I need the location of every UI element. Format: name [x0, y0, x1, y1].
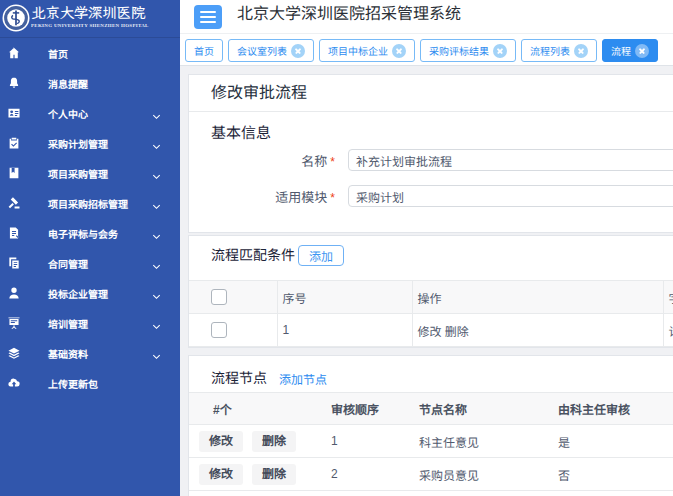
- col-idx: #个: [189, 393, 319, 425]
- cell-dept-head: 否: [546, 458, 673, 491]
- name-input[interactable]: [348, 149, 673, 171]
- sidebar-item-clipboard-check[interactable]: 采购计划管理: [0, 128, 180, 158]
- sidebar-item-cloud-upload[interactable]: 上传更新包: [0, 368, 180, 398]
- sidebar-item-label: 上传更新包: [48, 376, 98, 391]
- tab-close-icon[interactable]: [635, 44, 649, 58]
- flow-nodes-table: #个 审核顺序 节点名称 由科主任审核 修改删除 1 科主任意见 是: [189, 392, 673, 491]
- basic-info-body: 基本信息 名称* 适用模块*: [189, 112, 673, 232]
- chevron-down-icon: [151, 108, 162, 119]
- sidebar-item-label: 投标企业管理: [48, 286, 108, 301]
- row-checkbox[interactable]: [211, 322, 227, 338]
- condition-row: 1 修改 删除 计划类型: [189, 314, 673, 347]
- chevron-down-icon: [151, 168, 162, 179]
- modify-button[interactable]: 修改: [199, 464, 243, 485]
- sidebar-menu: 首页消息提醒个人中心采购计划管理项目采购管理项目采购招标管理电子评标与会务合同管…: [0, 38, 180, 398]
- sidebar-item-id-card[interactable]: 个人中心: [0, 98, 180, 128]
- sidebar-item-presentation[interactable]: 培训管理: [0, 308, 180, 338]
- module-label: 适用模块: [275, 190, 327, 205]
- page-title: 修改审批流程: [189, 75, 673, 112]
- chevron-down-icon: [151, 288, 162, 299]
- cell-field: 计划类型: [663, 314, 673, 347]
- system-title: 北京大学深圳医院招采管理系统: [237, 5, 461, 23]
- sidebar-item-label: 合同管理: [48, 256, 88, 271]
- form-rows: 名称* 适用模块*: [189, 149, 673, 207]
- tab-close-icon[interactable]: [574, 44, 588, 58]
- cell-order: 1: [319, 425, 407, 458]
- tab-首页[interactable]: 首页: [185, 39, 223, 62]
- sidebar: 北京大学深圳医院 PEKING UNIVERSITY SHENZHEN HOSP…: [0, 0, 180, 496]
- sidebar-item-layers[interactable]: 基础资料: [0, 338, 180, 368]
- sidebar-item-gavel[interactable]: 项目采购招标管理: [0, 188, 180, 218]
- table-header-row: #个 审核顺序 节点名称 由科主任审核: [189, 393, 673, 425]
- delete-button[interactable]: 删除: [252, 464, 296, 485]
- required-asterisk: *: [330, 155, 335, 169]
- col-no: 序号: [277, 281, 412, 314]
- sidebar-item-label: 培训管理: [48, 316, 88, 331]
- tab-会议室列表[interactable]: 会议室列表: [228, 39, 314, 62]
- match-conditions-header-row: 流程匹配条件 添加: [211, 245, 673, 266]
- user-icon: [7, 286, 21, 300]
- content: 修改审批流程 基本信息 名称* 适用模块* 流程匹配条件 添加: [180, 66, 673, 496]
- match-conditions-card: 流程匹配条件 添加 序号 操作 字段 1 修改: [188, 235, 673, 348]
- col-order: 审核顺序: [319, 393, 407, 425]
- contract-icon: [7, 256, 21, 270]
- tab-采购评标结果[interactable]: 采购评标结果: [420, 39, 516, 62]
- chevron-down-icon: [151, 228, 162, 239]
- hospital-logo-emblem: [2, 4, 30, 32]
- sidebar-item-contract[interactable]: 合同管理: [0, 248, 180, 278]
- cell-name: 科主任意见: [407, 425, 546, 458]
- chevron-down-icon: [151, 198, 162, 209]
- sidebar-item-user[interactable]: 投标企业管理: [0, 278, 180, 308]
- add-condition-button[interactable]: 添加: [298, 245, 344, 266]
- tab-项目中标企业[interactable]: 项目中标企业: [319, 39, 415, 62]
- sidebar-item-label: 个人中心: [48, 106, 88, 121]
- sidebar-item-book[interactable]: 项目采购管理: [0, 158, 180, 188]
- col-name: 节点名称: [407, 393, 546, 425]
- chevron-down-icon: [151, 348, 162, 359]
- hospital-name: 北京大学深圳医院: [31, 4, 176, 22]
- sidebar-item-label: 采购计划管理: [48, 136, 108, 151]
- match-conditions-table: 序号 操作 字段 1 修改 删除 计划类型: [189, 280, 673, 347]
- cell-ops[interactable]: 修改 删除: [412, 314, 663, 347]
- tab-label: 会议室列表: [237, 43, 287, 58]
- sidebar-item-label: 消息提醒: [48, 76, 88, 91]
- tab-label: 流程列表: [530, 43, 570, 58]
- module-input[interactable]: [348, 185, 673, 207]
- tab-label: 首页: [194, 43, 214, 58]
- flow-nodes-header-row: 流程节点 添加节点: [211, 368, 673, 389]
- section-match-conditions: 流程匹配条件: [211, 245, 295, 266]
- add-node-link[interactable]: 添加节点: [279, 370, 327, 387]
- sidebar-item-home[interactable]: 首页: [0, 38, 180, 68]
- table-header-row: 序号 操作 字段: [189, 281, 673, 314]
- tab-close-icon[interactable]: [291, 44, 305, 58]
- tab-label: 流程: [611, 43, 631, 58]
- sidebar-item-label: 项目采购招标管理: [48, 196, 128, 211]
- cell-name: 采购员意见: [407, 458, 546, 491]
- sidebar-item-file-pen[interactable]: 电子评标与会务: [0, 218, 180, 248]
- chevron-down-icon: [151, 138, 162, 149]
- node-row: 修改删除 1 科主任意见 是: [189, 425, 673, 458]
- tab-close-icon[interactable]: [493, 44, 507, 58]
- select-all-checkbox[interactable]: [211, 289, 227, 305]
- menu-toggle-button[interactable]: [194, 5, 222, 29]
- gavel-icon: [7, 196, 21, 210]
- tab-close-icon[interactable]: [392, 44, 406, 58]
- modify-button[interactable]: 修改: [199, 431, 243, 452]
- section-basic-info: 基本信息: [211, 122, 673, 143]
- presentation-icon: [7, 316, 21, 330]
- sidebar-item-label: 首页: [48, 46, 68, 61]
- sidebar-item-label: 基础资料: [48, 346, 88, 361]
- cell-order: 2: [319, 458, 407, 491]
- bell-icon: [7, 76, 21, 90]
- sidebar-item-bell[interactable]: 消息提醒: [0, 68, 180, 98]
- layers-icon: [7, 346, 21, 360]
- tab-流程列表[interactable]: 流程列表: [521, 39, 597, 62]
- sidebar-item-label: 项目采购管理: [48, 166, 108, 181]
- tabbar: 首页会议室列表项目中标企业采购评标结果流程列表流程: [180, 34, 673, 66]
- node-row: 修改删除 2 采购员意见 否: [189, 458, 673, 491]
- name-label: 名称: [301, 154, 327, 169]
- delete-button[interactable]: 删除: [252, 431, 296, 452]
- main-area: 北京大学深圳医院招采管理系统 首页会议室列表项目中标企业采购评标结果流程列表流程…: [180, 0, 673, 496]
- tab-流程[interactable]: 流程: [602, 39, 658, 62]
- cell-dept-head: 是: [546, 425, 673, 458]
